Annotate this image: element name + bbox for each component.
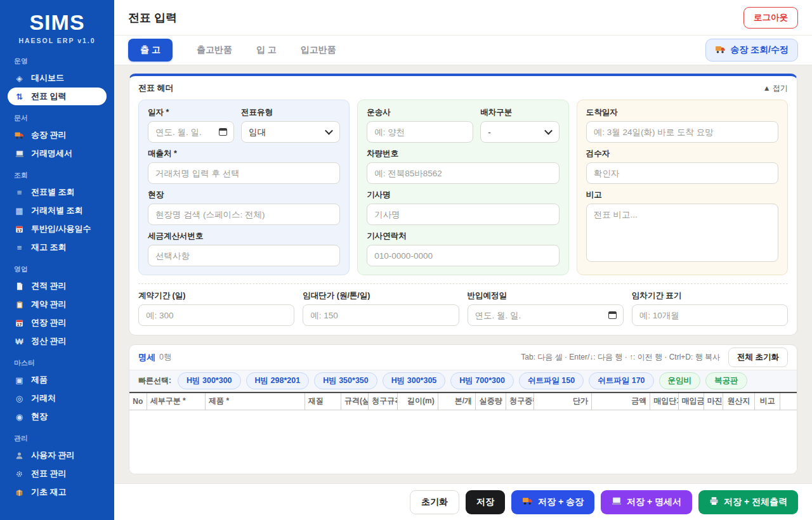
quick-item-hbeam-300x300[interactable]: H빔 300*300 — [178, 372, 241, 389]
quick-item-hbeam-700x300[interactable]: H빔 700*300 — [450, 372, 514, 389]
quick-item-hbeam-300x305[interactable]: H빔 300*305 — [383, 372, 446, 389]
inspector-input[interactable] — [586, 162, 778, 184]
site-input[interactable] — [148, 204, 340, 225]
sidebar-item-users[interactable]: 사용자 관리 — [8, 446, 107, 464]
sidebar-item-customers[interactable]: ◎ 거래처 — [8, 389, 107, 407]
sidebar-item-label: 거래처 — [31, 393, 56, 404]
laptop-icon — [14, 150, 25, 158]
driver-phone-input[interactable] — [367, 245, 559, 266]
tab-outbound[interactable]: 출 고 — [128, 39, 173, 62]
rental-rate-input[interactable] — [303, 304, 459, 326]
save-statement-button[interactable]: 저장 + 명세서 — [601, 490, 692, 514]
sidebar-item-voucher-entry[interactable]: ⇅ 전표 입력 — [8, 88, 107, 105]
col-amount: 금액 — [591, 393, 650, 410]
carrier-input[interactable] — [367, 121, 473, 143]
tab-inbound-return[interactable]: 입고반품 — [301, 44, 336, 56]
sidebar-item-base-stock[interactable]: 기초 재고 — [8, 483, 107, 501]
sidebar-item-quotes[interactable]: 견적 관리 — [8, 277, 107, 295]
arrival-date-input[interactable] — [586, 121, 778, 143]
quick-item-hbeam-350x350[interactable]: H빔 350*350 — [314, 372, 377, 389]
dispatch-type-label: 배차구분 — [480, 107, 559, 118]
sidebar-item-statement[interactable]: 거래명세서 — [8, 145, 107, 162]
sidebar-item-usage-days[interactable]: 17 투반입/사용일수 — [8, 220, 107, 238]
save-button[interactable]: 저장 — [466, 490, 505, 514]
line-items-empty-body[interactable] — [129, 410, 797, 474]
sidebar-item-voucher-lookup[interactable]: ≡ 전표별 조회 — [8, 183, 107, 201]
quick-item-deck-plate[interactable]: 복공판 — [705, 372, 747, 389]
sidebar-item-label: 재고 조회 — [31, 242, 67, 253]
sidebar-item-label: 견적 관리 — [31, 280, 67, 292]
sidebar-item-sites[interactable]: ◉ 현장 — [8, 408, 107, 426]
lease-period-input[interactable] — [632, 304, 788, 326]
truck-icon — [715, 45, 726, 56]
col-unit-price: 단가 — [534, 393, 591, 410]
sidebar-item-products[interactable]: ▣ 제품 — [8, 371, 107, 389]
sidebar-item-label: 거래처별 조회 — [31, 205, 83, 216]
quick-item-hbeam-298x201[interactable]: H빔 298*201 — [246, 372, 310, 389]
tax-invoice-no-label: 세금계산서번호 — [148, 231, 340, 242]
won-icon: ₩ — [14, 337, 25, 346]
nav-section-lookup: 조회 — [14, 171, 100, 180]
sidebar-item-label: 전표 입력 — [31, 91, 67, 102]
reset-button[interactable]: 초기화 — [410, 490, 459, 514]
invoice-lookup-button[interactable]: 송장 조회/수정 — [705, 39, 798, 62]
sidebar-item-extensions[interactable]: 17 연장 관리 — [8, 314, 107, 332]
remarks-textarea[interactable] — [586, 204, 778, 262]
contract-days-input[interactable] — [138, 304, 294, 326]
collapse-button[interactable]: ▲ 접기 — [763, 83, 788, 94]
reset-all-button[interactable]: 전체 초기화 — [728, 348, 788, 367]
return-due-label: 반입예정일 — [468, 290, 624, 301]
person-icon — [14, 452, 25, 460]
rental-rate-label: 임대단가 (원/톤/일) — [303, 290, 459, 301]
sidebar-item-contracts[interactable]: 계약 관리 — [8, 296, 107, 313]
quick-item-sheetpile-150[interactable]: 쉬트파일 150 — [519, 372, 584, 389]
quick-select-bar: 빠른선택: H빔 300*300 H빔 298*201 H빔 350*350 H… — [129, 370, 797, 392]
quick-item-sheetpile-170[interactable]: 쉬트파일 170 — [589, 372, 653, 389]
app-logo: SIMS — [0, 10, 114, 35]
laptop-icon — [612, 497, 622, 507]
quick-item-freight[interactable]: 운임비 — [659, 372, 701, 389]
bullseye-icon: ◎ — [14, 394, 25, 403]
voucher-header-panel: 전표 헤더 ▲ 접기 일자 * 전 — [129, 74, 797, 335]
return-due-input[interactable] — [468, 304, 624, 326]
sidebar-item-label: 현장 — [31, 411, 48, 422]
tab-bar: 출 고 출고반품 입 고 입고반품 송장 조회/수정 — [114, 36, 812, 65]
tab-inbound[interactable]: 입 고 — [256, 44, 277, 56]
tax-invoice-no-input[interactable] — [148, 245, 340, 266]
sidebar-item-label: 사용자 관리 — [31, 450, 75, 461]
save-invoice-button[interactable]: 저장 + 송장 — [511, 490, 594, 514]
col-subcategory: 세부구분 * — [147, 393, 205, 410]
sidebar-item-settlement[interactable]: ₩ 정산 관리 — [8, 332, 107, 350]
footer-action-bar: 초기화 저장 저장 + 송장 저장 + 명세서 저장 + 전체출력 — [114, 483, 812, 520]
sidebar-item-stock-lookup[interactable]: ≡ 재고 조회 — [8, 238, 107, 256]
col-note: 비고 — [755, 393, 780, 410]
vehicle-no-input[interactable] — [367, 162, 559, 184]
list-icon: ≡ — [14, 243, 25, 252]
basic-info-card: 일자 * 전표유형 임대 — [138, 100, 350, 275]
sidebar-item-voucher-admin[interactable]: 전표 관리 — [8, 465, 107, 483]
keyboard-hints: Tab: 다음 셀 · Enter/↓: 다음 행 · ↑: 이전 행 · Ct… — [521, 352, 720, 363]
sidebar: SIMS HAESOL ERP v1.0 운영 ◈ 대시보드 ⇅ 전표 입력 문… — [0, 0, 114, 520]
content: 전표 헤더 ▲ 접기 일자 * 전 — [114, 65, 812, 483]
voucher-type-select[interactable]: 임대 — [241, 121, 340, 143]
dispatch-type-select[interactable]: - — [480, 121, 559, 143]
customer-input[interactable] — [148, 162, 340, 184]
sidebar-item-label: 송장 관리 — [31, 129, 67, 141]
diamond-icon: ◈ — [14, 74, 25, 83]
arrival-date-label: 도착일자 — [586, 107, 778, 118]
col-origin: 원산지 — [723, 393, 754, 410]
driver-name-input[interactable] — [367, 204, 559, 225]
save-print-all-button[interactable]: 저장 + 전체출력 — [698, 490, 798, 514]
sidebar-item-invoice-mgmt[interactable]: 송장 관리 — [8, 126, 107, 144]
col-actions — [780, 393, 797, 410]
date-label: 일자 * — [148, 107, 234, 118]
tab-outbound-return[interactable]: 출고반품 — [197, 44, 232, 56]
sidebar-item-customer-lookup[interactable]: ▦ 거래처별 조회 — [8, 202, 107, 219]
nav-section-operations: 운영 — [14, 56, 100, 66]
line-items-table: No 세부구분 * 제품 * 재질 규격(실) 청구규격 길이(m) 본/개 실… — [129, 392, 797, 410]
truck-icon — [14, 131, 25, 140]
sidebar-item-dashboard[interactable]: ◈ 대시보드 — [8, 69, 107, 87]
fisheye-icon: ◉ — [14, 412, 25, 422]
transport-info-card: 운송사 배차구분 - 차량번호 — [357, 100, 568, 275]
logout-button[interactable]: 로그아웃 — [743, 7, 798, 29]
